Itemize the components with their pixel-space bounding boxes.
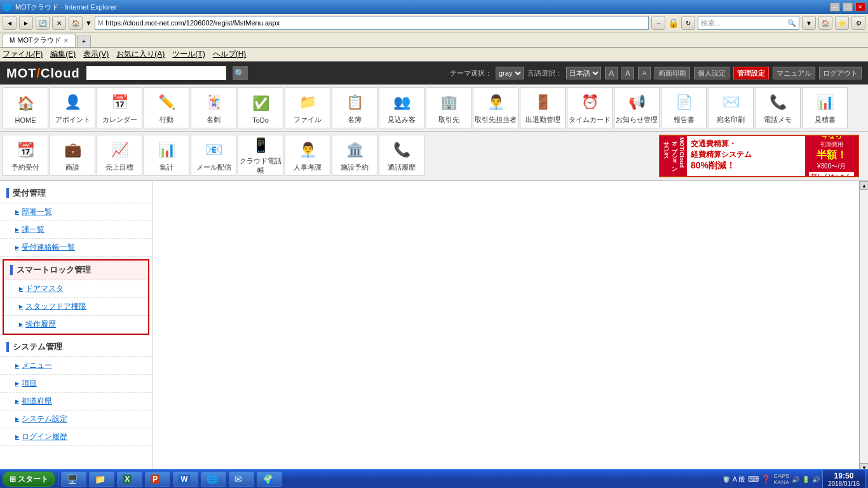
admin-settings-button[interactable]: 管理設定 xyxy=(733,67,769,79)
nav-icon-row2-売上目標[interactable]: 📈 売上目標 xyxy=(97,135,142,176)
header-search-button[interactable]: 🔍 xyxy=(233,66,248,80)
menu-tools[interactable]: ツール(T) xyxy=(172,49,205,60)
nav-icon-ファイル[interactable]: 📁 ファイル xyxy=(285,87,330,128)
nav-icon-宛名印刷[interactable]: ✉️ 宛名印刷 xyxy=(708,87,754,128)
back-button[interactable]: ◄ xyxy=(3,16,17,30)
start-button[interactable]: ⊞ スタート xyxy=(3,471,55,487)
nav-icon-電話メモ[interactable]: 📞 電話メモ xyxy=(755,87,801,128)
nav-icon-取引先[interactable]: 🏢 取引先 xyxy=(426,87,471,128)
menu-favorites[interactable]: お気に入り(A) xyxy=(116,49,165,60)
sidebar-item-smartlock-1[interactable]: スタッフドア権限 xyxy=(4,298,148,316)
sidebar-item-smartlock-0[interactable]: ドアマスタ xyxy=(4,280,148,298)
menu-help[interactable]: ヘルプ(H) xyxy=(213,49,247,60)
new-tab-button[interactable]: + xyxy=(77,36,91,47)
sidebar-item-system-1[interactable]: 項目 xyxy=(0,375,152,393)
menu-file[interactable]: ファイル(F) xyxy=(3,49,43,60)
stop-button[interactable]: ✕ xyxy=(52,16,66,30)
nav-icon-アポイント[interactable]: 👤 アポイント xyxy=(50,87,95,128)
taskbar-app-explorer[interactable]: 📁 xyxy=(89,471,114,487)
ad-cta[interactable]: 今なら 初期費用 半額！ ¥300〜/月 詳しくはこちら xyxy=(805,136,858,176)
sidebar-item-system-3[interactable]: システム設定 xyxy=(0,410,152,428)
taskbar-app-excel[interactable]: X xyxy=(117,471,142,487)
address-bar[interactable]: M https://cloud.mot-net.com/1206002/regi… xyxy=(95,16,649,30)
maximize-button[interactable]: □ xyxy=(843,3,853,11)
header-search-input[interactable] xyxy=(86,66,226,80)
taskbar-app-ie2[interactable]: 🌐 xyxy=(201,471,226,487)
nav-icon-img-5: ✅ xyxy=(249,92,272,115)
tab-close-icon[interactable]: ✕ xyxy=(64,37,69,44)
home-icon-btn[interactable]: 🏠 xyxy=(818,16,832,30)
taskbar-app-powerpoint[interactable]: P xyxy=(145,471,170,487)
forward-button[interactable]: ► xyxy=(19,16,33,30)
scrollbar: ▲ ▼ xyxy=(859,181,868,472)
theme-select[interactable]: gray xyxy=(496,67,524,79)
nav-icon-img-0: 🏠 xyxy=(14,92,37,115)
go-button[interactable]: → xyxy=(651,16,665,30)
nav-icon-row2-クラウド電話帳[interactable]: 📱 クラウド電話帳 xyxy=(238,135,283,176)
nav-icon-row2-集計[interactable]: 📊 集計 xyxy=(144,135,189,176)
minimize-button[interactable]: ─ xyxy=(830,3,840,11)
nav-icon-取引先担当者[interactable]: 👨‍💼 取引先担当者 xyxy=(473,87,519,128)
ie-icon: 🖥️ xyxy=(67,474,78,484)
scroll-up-button[interactable]: ▲ xyxy=(860,181,868,190)
nav-icon-行動[interactable]: ✏️ 行動 xyxy=(144,87,189,128)
logout-button[interactable]: ログアウト xyxy=(819,67,862,79)
menu-view[interactable]: 表示(V) xyxy=(83,49,109,60)
manual-button[interactable]: マニュアル xyxy=(773,67,815,79)
settings-icon-btn[interactable]: ⚙ xyxy=(851,16,865,30)
nav-icon-row2-img-1: 💼 xyxy=(61,139,84,161)
nav-icon-お知らせ管理[interactable]: 📢 お知らせ管理 xyxy=(614,87,660,128)
sidebar-item-smartlock-2[interactable]: 操作履歴 xyxy=(4,316,148,334)
sidebar-item-system-4[interactable]: ログイン履歴 xyxy=(0,428,152,446)
nav-icon-名刺[interactable]: 🃏 名刺 xyxy=(191,87,236,128)
print-screen-button[interactable]: 画面印刷 xyxy=(654,67,690,79)
sidebar-item-system-2[interactable]: 都道府県 xyxy=(0,393,152,410)
ie-search-bar[interactable]: 検索... 🔍 xyxy=(698,16,799,30)
nav-icon-img-1: 👤 xyxy=(61,91,84,114)
nav-icon-row2-label-3: 集計 xyxy=(159,163,173,172)
sidebar-item-reception-1[interactable]: 課一覧 xyxy=(0,221,152,239)
favorites-icon-btn[interactable]: ⭐ xyxy=(835,16,849,30)
nav-icon-名簿[interactable]: 📋 名簿 xyxy=(332,87,377,128)
taskbar-app-email[interactable]: ✉ xyxy=(229,471,254,487)
lang-select[interactable]: 日本語 xyxy=(566,67,601,79)
nav-icon-タイムカード[interactable]: ⏰ タイムカード xyxy=(567,87,613,128)
nav-icon-row2-施設予約[interactable]: 🏛️ 施設予約 xyxy=(332,135,377,176)
nav-icon-見積書[interactable]: 📊 見積書 xyxy=(802,87,848,128)
nav-icon-row2-メール配信[interactable]: 📧 メール配信 xyxy=(191,135,236,176)
home-button[interactable]: 🏠 xyxy=(69,16,83,30)
battery-icon: 🔋 xyxy=(802,476,810,483)
ad-banner[interactable]: MOT/Cloud オプションサービス 交通費精算・ 経費精算システム 80%削… xyxy=(659,135,859,177)
ad-details-btn[interactable]: 詳しくはこちら xyxy=(809,172,854,178)
search-submit-btn[interactable]: ▼ xyxy=(802,16,816,30)
font-large-button[interactable]: A xyxy=(605,67,618,79)
font-small-button[interactable]: A xyxy=(638,67,651,79)
nav-icon-row2-img-4: 📧 xyxy=(202,139,225,161)
taskbar-app-word[interactable]: W xyxy=(173,471,198,487)
nav-icon-カレンダー[interactable]: 📅 カレンダー xyxy=(97,87,142,128)
menu-edit[interactable]: 編集(E) xyxy=(50,49,76,60)
personal-settings-button[interactable]: 個人設定 xyxy=(694,67,729,79)
close-button[interactable]: ✕ xyxy=(855,3,865,11)
sidebar-item-reception-2[interactable]: 受付連絡帳一覧 xyxy=(0,239,152,257)
active-tab[interactable]: M MOTクラウド ✕ xyxy=(3,34,76,47)
refresh-button[interactable]: 🔄 xyxy=(36,16,50,30)
nav-icon-見込み客[interactable]: 👥 見込み客 xyxy=(379,87,424,128)
nav-icon-row2-予約受付[interactable]: 📆 予約受付 xyxy=(3,135,48,176)
ie2-icon: 🌐 xyxy=(207,474,217,484)
nav-icon-row2-通話履歴[interactable]: 📞 通話履歴 xyxy=(379,135,424,176)
taskbar-app-chrome[interactable]: 🌍 xyxy=(257,471,282,487)
nav-icon-出退勤管理[interactable]: 🚪 出退勤管理 xyxy=(520,87,566,128)
nav-icon-label-8: 見込み客 xyxy=(388,115,416,125)
logo-cloud: Cloud xyxy=(41,66,80,80)
nav-icon-報告書[interactable]: 📄 報告書 xyxy=(661,87,707,128)
font-medium-button[interactable]: A xyxy=(621,67,634,79)
nav-icon-HOME[interactable]: 🏠 HOME xyxy=(3,87,48,128)
sidebar-item-reception-0[interactable]: 部署一覧 xyxy=(0,203,152,221)
nav-icon-row2-商談[interactable]: 💼 商談 xyxy=(50,135,95,176)
nav-icon-ToDo[interactable]: ✅ ToDo xyxy=(238,87,283,128)
nav-icon-row2-人事考課[interactable]: 👨‍💼 人事考課 xyxy=(285,135,330,176)
taskbar-app-ie[interactable]: 🖥️ xyxy=(61,471,86,487)
refresh-btn2[interactable]: ↻ xyxy=(681,16,695,30)
sidebar-item-system-0[interactable]: メニュー xyxy=(0,357,152,375)
